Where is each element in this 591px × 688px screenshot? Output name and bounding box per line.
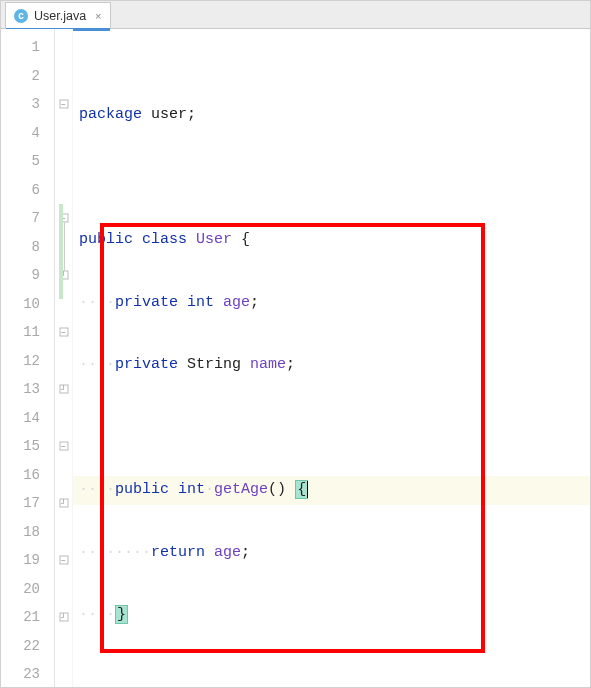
line-number: 8 (1, 233, 54, 262)
line-number: 11 (1, 318, 54, 347)
code-area[interactable]: package user; public class User { ····pr… (73, 29, 590, 687)
line-number: 22 (1, 632, 54, 661)
fold-toggle-icon[interactable]: − (59, 100, 68, 109)
line-number: 4 (1, 119, 54, 148)
line-number: 7 (1, 204, 54, 233)
line-number: 15 (1, 432, 54, 461)
line-number-gutter: 1 2 3 4 5 6 7 8 9 10 11 12 13 14 15 16 1… (1, 29, 55, 687)
text-cursor (307, 481, 308, 498)
line-number: 1 (1, 33, 54, 62)
fold-end-icon[interactable]: ┘ (59, 499, 68, 508)
code-line[interactable]: package user; (73, 101, 590, 130)
line-number: 20 (1, 575, 54, 604)
file-tab[interactable]: c User.java × (5, 2, 111, 28)
code-line[interactable] (73, 664, 590, 689)
line-number: 6 (1, 176, 54, 205)
fold-toggle-icon[interactable]: − (59, 442, 68, 451)
line-number: 5 (1, 147, 54, 176)
fold-end-icon[interactable]: ┘ (59, 613, 68, 622)
line-number: 12 (1, 347, 54, 376)
line-number: 14 (1, 404, 54, 433)
code-line[interactable]: public class User { (73, 226, 590, 255)
line-number: 16 (1, 461, 54, 490)
fold-toggle-icon[interactable]: − (59, 556, 68, 565)
fold-gutter: − − ┘ − ┘ − ┘ − ┘ (55, 29, 73, 687)
line-number: 2 (1, 62, 54, 91)
line-number: 10 (1, 290, 54, 319)
code-line[interactable]: ····} (73, 601, 590, 630)
line-number: 17 (1, 489, 54, 518)
tab-bar: c User.java × (1, 1, 590, 29)
line-number: 18 (1, 518, 54, 547)
line-number: 19 (1, 546, 54, 575)
fold-end-icon[interactable]: ┘ (59, 385, 68, 394)
matched-brace: } (115, 605, 128, 624)
code-line[interactable] (73, 164, 590, 193)
line-number: 13 (1, 375, 54, 404)
code-line[interactable]: ····public int·getAge() { (73, 476, 590, 505)
code-line[interactable]: ····private int age; (73, 289, 590, 318)
close-icon[interactable]: × (92, 10, 104, 22)
change-marker (59, 204, 63, 299)
code-line[interactable]: ····private String name; (73, 351, 590, 380)
code-line[interactable] (73, 414, 590, 443)
line-number: 3 (1, 90, 54, 119)
java-class-icon: c (14, 9, 28, 23)
file-tab-label: User.java (34, 9, 86, 23)
line-number: 9 (1, 261, 54, 290)
editor-area[interactable]: 1 2 3 4 5 6 7 8 9 10 11 12 13 14 15 16 1… (1, 29, 590, 687)
line-number: 21 (1, 603, 54, 632)
code-line[interactable]: ········return age; (73, 539, 590, 568)
fold-toggle-icon[interactable]: − (59, 328, 68, 337)
line-number: 23 (1, 660, 54, 688)
